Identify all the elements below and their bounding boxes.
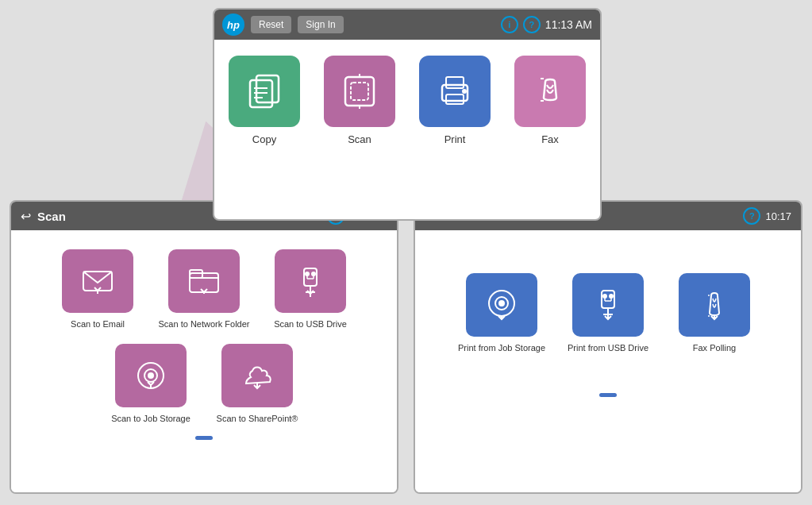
- scan-sharepoint-label: Scan to SharePoint®: [217, 413, 298, 424]
- help-icon[interactable]: ?: [523, 16, 541, 33]
- svg-point-12: [463, 90, 466, 93]
- main-header: hp Reset Sign In i ? 11:13 AM: [214, 10, 600, 40]
- header-right: i ? 11:13 AM: [501, 16, 592, 33]
- print-job-tile[interactable]: Print from Job Storage: [454, 273, 549, 353]
- copy-icon-bg: [229, 56, 300, 127]
- print-body: Print from Job Storage: [415, 230, 801, 492]
- svg-rect-11: [446, 94, 464, 104]
- scan-panel: ↩ Scan ? 9:12 AM Scan to Email: [10, 200, 398, 494]
- print-job-label: Print from Job Storage: [458, 342, 545, 353]
- scan-email-label: Scan to Email: [71, 318, 125, 330]
- scan-to-usb-tile[interactable]: Scan to USB Drive: [263, 249, 358, 330]
- main-device: hp Reset Sign In i ? 11:13 AM Copy: [213, 8, 602, 221]
- svg-point-38: [610, 295, 613, 298]
- scan-title: Scan: [37, 210, 66, 223]
- svg-rect-17: [190, 273, 218, 292]
- main-body: Copy Scan: [214, 40, 600, 153]
- svg-rect-20: [304, 268, 317, 286]
- print-header-right: ? 10:17: [743, 207, 791, 225]
- fax-icon-bg: [514, 56, 586, 127]
- print-page-indicator: [431, 393, 785, 397]
- copy-tile[interactable]: Copy: [229, 56, 300, 145]
- svg-point-21: [306, 272, 309, 276]
- print-label: Print: [444, 133, 466, 145]
- reset-button[interactable]: Reset: [251, 16, 291, 33]
- main-time: 11:13 AM: [545, 18, 592, 31]
- svg-rect-6: [351, 83, 368, 100]
- print-icon-bg: [419, 56, 491, 127]
- print-time: 10:17: [765, 210, 791, 222]
- scan-grid: Scan to Email Scan to Network Folder: [27, 249, 381, 425]
- print-usb-icon-bg: [572, 273, 644, 337]
- copy-label: Copy: [252, 133, 276, 145]
- scan-usb-icon-bg: [275, 249, 346, 313]
- scan-network-label: Scan to Network Folder: [159, 318, 250, 330]
- print-page-dot: [599, 393, 617, 397]
- svg-rect-36: [602, 291, 614, 308]
- print-usb-label: Print from USB Drive: [568, 342, 648, 353]
- scan-page-dot: [195, 436, 213, 440]
- svg-point-29: [148, 373, 153, 378]
- fax-polling-tile[interactable]: Fax Polling: [667, 273, 762, 353]
- svg-rect-5: [345, 77, 374, 106]
- scan-email-icon-bg: [62, 249, 133, 313]
- fax-polling-label: Fax Polling: [693, 342, 736, 353]
- print-panel: ↩ Print ? 10:17 Print from Job Stor: [414, 200, 802, 494]
- scan-page-indicator: [27, 436, 381, 440]
- scan-back-button[interactable]: ↩: [21, 209, 31, 224]
- scan-to-job-tile[interactable]: Scan to Job Storage: [103, 344, 198, 424]
- fax-tile[interactable]: Fax: [514, 56, 586, 145]
- svg-rect-10: [446, 77, 464, 88]
- svg-point-37: [603, 295, 606, 298]
- scan-sharepoint-icon-bg: [221, 344, 293, 407]
- scan-label: Scan: [348, 133, 371, 145]
- scan-job-label: Scan to Job Storage: [111, 413, 190, 424]
- print-job-icon-bg: [466, 273, 537, 337]
- print-help-icon[interactable]: ?: [743, 207, 760, 225]
- print-tile[interactable]: Print: [419, 56, 491, 145]
- scan-tile[interactable]: Scan: [324, 56, 395, 145]
- hp-logo: hp: [222, 13, 244, 36]
- svg-point-22: [312, 272, 315, 276]
- signin-button[interactable]: Sign In: [298, 16, 343, 33]
- scan-usb-label: Scan to USB Drive: [274, 318, 347, 330]
- scan-job-icon-bg: [115, 344, 187, 407]
- svg-point-34: [499, 301, 504, 306]
- scan-to-network-tile[interactable]: Scan to Network Folder: [156, 249, 252, 330]
- print-grid: Print from Job Storage: [431, 273, 785, 353]
- scan-icon-bg: [324, 56, 395, 127]
- fax-polling-icon-bg: [679, 273, 750, 337]
- scan-network-icon-bg: [168, 249, 240, 313]
- fax-label: Fax: [541, 133, 559, 145]
- print-usb-tile[interactable]: Print from USB Drive: [560, 273, 656, 353]
- info-icon[interactable]: i: [501, 16, 518, 33]
- scan-to-email-tile[interactable]: Scan to Email: [50, 249, 145, 330]
- scan-body: Scan to Email Scan to Network Folder: [11, 230, 397, 492]
- scan-to-sharepoint-tile[interactable]: Scan to SharePoint®: [210, 344, 305, 424]
